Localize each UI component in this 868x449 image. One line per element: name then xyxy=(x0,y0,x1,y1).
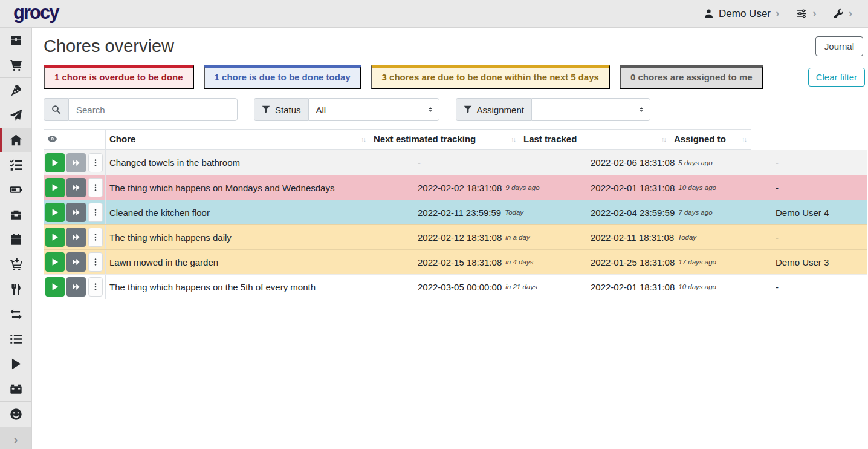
status-filter-group: Status All xyxy=(254,98,439,121)
select-arrows-icon xyxy=(638,105,645,114)
chevron-right-icon: › xyxy=(849,7,852,20)
skip-execution-button[interactable] xyxy=(66,277,86,297)
sidebar-item-checklist[interactable] xyxy=(0,152,31,177)
chore-name[interactable]: The thing which happens on Mondays and W… xyxy=(106,175,414,200)
skip-execution-button[interactable] xyxy=(66,178,86,197)
shopping-cart-icon xyxy=(10,59,22,71)
status-select[interactable]: All xyxy=(308,98,439,121)
search-icon xyxy=(44,98,68,121)
track-execution-button[interactable] xyxy=(45,277,65,297)
sort-icon: ↑↓ xyxy=(357,136,365,143)
last-tracked: 2022-02-06 18:31:085 days ago xyxy=(587,150,771,175)
sort-icon: ↑↓ xyxy=(658,136,666,143)
status-filter-button-1[interactable]: 1 chore is due to be done today xyxy=(204,65,361,89)
filter-row: Status All Assignment xyxy=(44,98,867,121)
table-header-next[interactable]: Next estimated tracking ↑↓ xyxy=(370,129,520,150)
sidebar-item-battery[interactable] xyxy=(0,177,31,202)
sidebar-item-play[interactable] xyxy=(0,352,31,376)
smiley-icon xyxy=(10,408,22,421)
chores-table: Chore ↑↓ Next estimated tracking ↑↓ Last… xyxy=(44,129,867,299)
next-estimated-tracking: 2022-02-12 18:31:08in a day xyxy=(414,225,587,249)
row-actions xyxy=(44,250,106,274)
sidebar-item-shopping-cart[interactable] xyxy=(0,53,31,77)
row-actions xyxy=(44,175,106,200)
time-ago: in a day xyxy=(505,234,530,241)
app-logo[interactable]: grocy xyxy=(13,3,58,24)
status-filter-label: Status xyxy=(254,98,308,121)
row-menu-button[interactable] xyxy=(88,277,103,297)
user-icon xyxy=(704,8,714,19)
wrench-icon xyxy=(834,8,844,19)
sidebar-item-calendar[interactable] xyxy=(0,227,31,252)
user-menu[interactable]: Demo User › xyxy=(704,7,779,20)
row-menu-button[interactable] xyxy=(88,178,103,197)
skip-execution-button[interactable] xyxy=(66,203,86,222)
sidebar-item-smiley[interactable] xyxy=(0,402,31,427)
sidebar-item-pizza[interactable] xyxy=(0,78,31,103)
sidebar-item-cart-plus[interactable] xyxy=(0,252,31,277)
row-actions xyxy=(44,200,106,224)
status-filter-button-0[interactable]: 1 chore is overdue to be done xyxy=(44,65,194,89)
sidebar-item-toolbox[interactable] xyxy=(0,202,31,227)
row-menu-button[interactable] xyxy=(88,153,103,172)
chore-name[interactable]: Changed towels in the bathroom xyxy=(106,150,414,175)
assignment-select[interactable] xyxy=(531,98,650,121)
table-header-last[interactable]: Last tracked ↑↓ xyxy=(520,129,670,150)
sidebar-item-exchange[interactable] xyxy=(0,302,31,327)
row-menu-button[interactable] xyxy=(88,252,103,272)
skip-execution-button[interactable] xyxy=(66,228,86,247)
table-row: The thing which happens on Mondays and W… xyxy=(44,175,867,200)
journal-button[interactable]: Journal xyxy=(815,36,863,56)
clear-filter-button[interactable]: Clear filter xyxy=(808,68,865,87)
last-tracked: 2022-02-04 23:59:597 days ago xyxy=(587,200,771,224)
chevron-right-icon: › xyxy=(14,433,18,447)
sidebar-item-utensils[interactable] xyxy=(0,277,31,302)
next-estimated-tracking: 2022-02-15 18:31:08in 4 days xyxy=(414,250,587,274)
chevron-right-icon: › xyxy=(776,7,779,20)
toolbox-icon xyxy=(10,208,22,221)
row-menu-button[interactable] xyxy=(88,228,103,247)
last-tracked: 2022-02-01 18:31:0810 days ago xyxy=(587,275,771,299)
admin-menu[interactable]: › xyxy=(834,7,852,20)
chore-name[interactable]: The thing which happens daily xyxy=(106,225,414,249)
column-visibility-header[interactable] xyxy=(44,129,106,150)
track-execution-button[interactable] xyxy=(45,153,65,172)
box-icon xyxy=(10,34,22,47)
sidebar-item-list[interactable] xyxy=(0,327,31,352)
table-row: Lawn mowed in the garden 2022-02-15 18:3… xyxy=(44,249,867,274)
chore-name[interactable]: The thing which happens on the 5th of ev… xyxy=(106,275,414,299)
table-header-assigned[interactable]: Assigned to ↑↓ xyxy=(670,129,751,150)
skip-execution-button[interactable] xyxy=(66,252,86,272)
time-ago: 5 days ago xyxy=(678,159,712,166)
filter-icon xyxy=(262,105,270,114)
time-ago: in 21 days xyxy=(505,283,537,290)
sliders-icon xyxy=(796,8,808,19)
table-body: Changed towels in the bathroom - 2022-02… xyxy=(44,150,867,299)
next-estimated-tracking: 2022-02-11 23:59:59Today xyxy=(414,200,587,224)
exchange-icon xyxy=(10,308,22,321)
chore-name[interactable]: Cleaned the kitchen floor xyxy=(106,200,414,224)
search-input[interactable] xyxy=(68,98,238,121)
calendar-icon xyxy=(10,233,22,246)
row-actions xyxy=(44,225,106,249)
status-filter-button-2[interactable]: 3 chores are due to be done within the n… xyxy=(371,65,610,89)
table-header-chore[interactable]: Chore ↑↓ xyxy=(106,129,370,150)
table-header-filler xyxy=(751,129,867,150)
home-icon xyxy=(10,134,22,146)
status-filter-button-3[interactable]: 0 chores are assigned to me xyxy=(620,65,763,89)
sidebar-item-car-battery[interactable] xyxy=(0,376,31,401)
row-menu-button[interactable] xyxy=(88,203,103,222)
paper-plane-icon xyxy=(10,109,22,122)
sidebar-item-paper-plane[interactable] xyxy=(0,103,31,128)
time-ago: 17 days ago xyxy=(678,258,716,266)
track-execution-button[interactable] xyxy=(45,203,65,222)
sidebar-item-box[interactable] xyxy=(0,28,31,53)
track-execution-button[interactable] xyxy=(45,252,65,272)
chore-name[interactable]: Lawn mowed in the garden xyxy=(106,250,414,274)
sidebar-collapse-toggle[interactable]: › xyxy=(0,427,31,449)
search-group xyxy=(44,98,238,121)
track-execution-button[interactable] xyxy=(45,178,65,197)
settings-menu[interactable]: › xyxy=(796,7,816,20)
sidebar-item-home[interactable] xyxy=(0,128,31,152)
track-execution-button[interactable] xyxy=(45,228,65,247)
